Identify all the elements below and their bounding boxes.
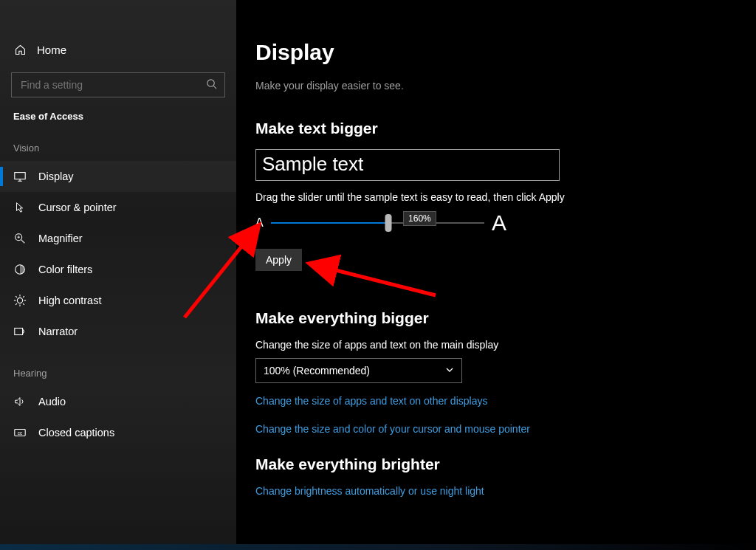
sample-text-preview: Sample text [255, 149, 560, 181]
cursor-icon [13, 201, 27, 214]
colorfilters-icon [13, 263, 27, 276]
section-make-everything-bigger: Make everything bigger [255, 309, 756, 327]
slider-value-tooltip: 160% [403, 211, 436, 226]
sidebar-item-cursor[interactable]: Cursor & pointer [0, 192, 236, 223]
home-nav[interactable]: Home [0, 35, 236, 63]
sidebar-item-label: Cursor & pointer [38, 202, 117, 213]
breadcrumb: Ease of Access [0, 111, 236, 122]
svg-rect-21 [15, 329, 23, 335]
scale-dropdown[interactable]: 100% (Recommended) [255, 358, 462, 383]
svg-line-20 [23, 296, 24, 298]
sidebar-item-display[interactable]: Display [0, 161, 236, 192]
svg-point-2 [207, 79, 214, 86]
home-label: Home [37, 44, 66, 56]
taskbar-sliver [0, 544, 756, 550]
sidebar-item-closedcaptions[interactable]: cc Closed captions [0, 417, 236, 448]
narrator-icon [13, 325, 27, 338]
sidebar-item-label: Narrator [38, 326, 78, 337]
svg-point-12 [17, 298, 22, 303]
main-content: Display Make your display easier to see.… [236, 0, 756, 550]
home-icon [13, 43, 27, 56]
page-title: Display [255, 40, 756, 65]
svg-line-18 [23, 303, 24, 305]
slider-min-label: A [255, 216, 264, 230]
svg-rect-4 [15, 173, 25, 179]
audio-icon [13, 395, 27, 408]
chevron-down-icon [445, 365, 454, 377]
search-icon [206, 78, 217, 92]
scale-description: Change the size of apps and text on the … [255, 339, 756, 351]
svg-line-17 [16, 296, 17, 298]
scale-selected-value: 100% (Recommended) [264, 365, 370, 377]
sidebar: Home Ease of Access Vision Display Curso… [0, 0, 236, 550]
sidebar-item-label: Audio [38, 396, 66, 408]
sidebar-item-label: Color filters [38, 264, 92, 275]
link-cursor-settings[interactable]: Change the size and color of your cursor… [255, 423, 756, 435]
sidebar-item-audio[interactable]: Audio [0, 386, 236, 417]
search-input[interactable] [19, 78, 206, 92]
magnifier-icon [13, 232, 27, 245]
svg-line-19 [16, 303, 17, 305]
apply-button[interactable]: Apply [255, 249, 302, 271]
link-brightness[interactable]: Change brightness automatically or use n… [255, 485, 756, 497]
sidebar-item-narrator[interactable]: Narrator [0, 316, 236, 347]
sidebar-item-highcontrast[interactable]: High contrast [0, 285, 236, 316]
slider-track-fill [271, 222, 388, 224]
sidebar-item-label: Magnifier [38, 233, 83, 244]
slider-thumb[interactable] [385, 214, 391, 232]
cc-icon: cc [13, 426, 27, 439]
svg-text:cc: cc [18, 430, 22, 436]
slider-caption: Drag the slider until the sample text is… [255, 191, 756, 203]
slider-max-label: A [492, 210, 506, 236]
section-make-everything-brighter: Make everything brighter [255, 456, 756, 473]
slider-track [271, 222, 484, 224]
sidebar-item-label: High contrast [38, 295, 101, 306]
text-size-slider[interactable]: 160% [271, 214, 484, 232]
display-icon [13, 170, 27, 183]
search-box[interactable] [11, 72, 225, 97]
section-make-text-bigger: Make text bigger [255, 120, 756, 137]
link-other-displays[interactable]: Change the size of apps and text on othe… [255, 395, 756, 407]
svg-line-3 [213, 86, 216, 89]
highcontrast-icon [13, 294, 27, 307]
group-hearing-label: Hearing [0, 368, 236, 379]
group-vision-label: Vision [0, 142, 236, 154]
svg-line-8 [21, 240, 25, 244]
sidebar-item-label: Closed captions [38, 427, 114, 439]
sidebar-item-label: Display [38, 171, 74, 182]
sidebar-item-magnifier[interactable]: Magnifier [0, 223, 236, 254]
text-size-slider-row: A 160% A [255, 210, 506, 236]
sidebar-item-colorfilters[interactable]: Color filters [0, 254, 236, 285]
page-subtitle: Make your display easier to see. [255, 80, 756, 92]
